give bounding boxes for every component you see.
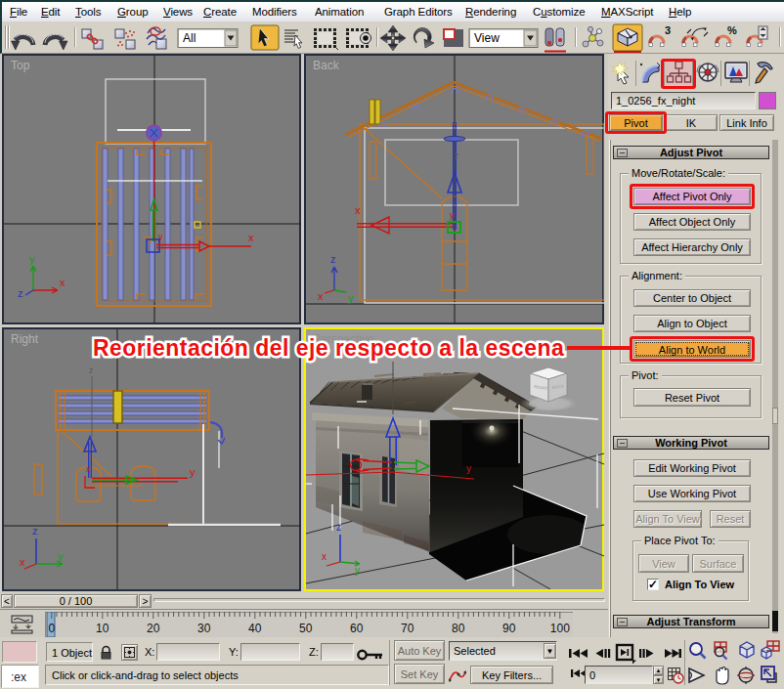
- svg-text:z: z: [455, 151, 459, 160]
- svg-text:x: x: [248, 232, 254, 243]
- svg-text:All: All: [183, 31, 196, 45]
- svg-text:70: 70: [401, 622, 414, 635]
- svg-text:x: x: [318, 290, 324, 302]
- svg-text:0: 0: [48, 622, 55, 635]
- svg-text:90: 90: [502, 622, 516, 635]
- svg-text:y: y: [466, 463, 471, 474]
- svg-text:y: y: [348, 292, 354, 304]
- svg-text:x: x: [20, 556, 25, 568]
- svg-text:100: 100: [550, 622, 570, 635]
- svg-text:y: y: [190, 466, 196, 478]
- svg-text:z: z: [32, 525, 38, 537]
- svg-text:y: y: [355, 565, 360, 576]
- svg-text:%: %: [727, 24, 737, 36]
- svg-text:y: y: [58, 550, 64, 562]
- svg-text:View: View: [474, 31, 500, 45]
- svg-text:y: y: [29, 253, 35, 265]
- svg-text:x: x: [60, 277, 65, 288]
- svg-text:y: y: [158, 232, 163, 241]
- svg-text:30: 30: [197, 622, 211, 635]
- svg-text:x: x: [86, 464, 91, 474]
- svg-text:x: x: [322, 551, 327, 562]
- svg-text:50: 50: [299, 622, 313, 635]
- svg-text:40: 40: [248, 622, 262, 635]
- svg-text:3: 3: [665, 24, 671, 36]
- svg-text:z: z: [336, 522, 341, 533]
- svg-text:20: 20: [147, 622, 160, 635]
- svg-text:Reorientación del eje respecto: Reorientación del eje respecto a la esce…: [93, 335, 564, 361]
- svg-text:10: 10: [96, 622, 109, 635]
- svg-text:z: z: [330, 253, 336, 265]
- svg-text:80: 80: [452, 622, 465, 635]
- svg-text:60: 60: [350, 622, 364, 635]
- svg-text:y: y: [450, 210, 455, 220]
- svg-text:x: x: [355, 204, 361, 216]
- svg-text:z: z: [18, 287, 23, 299]
